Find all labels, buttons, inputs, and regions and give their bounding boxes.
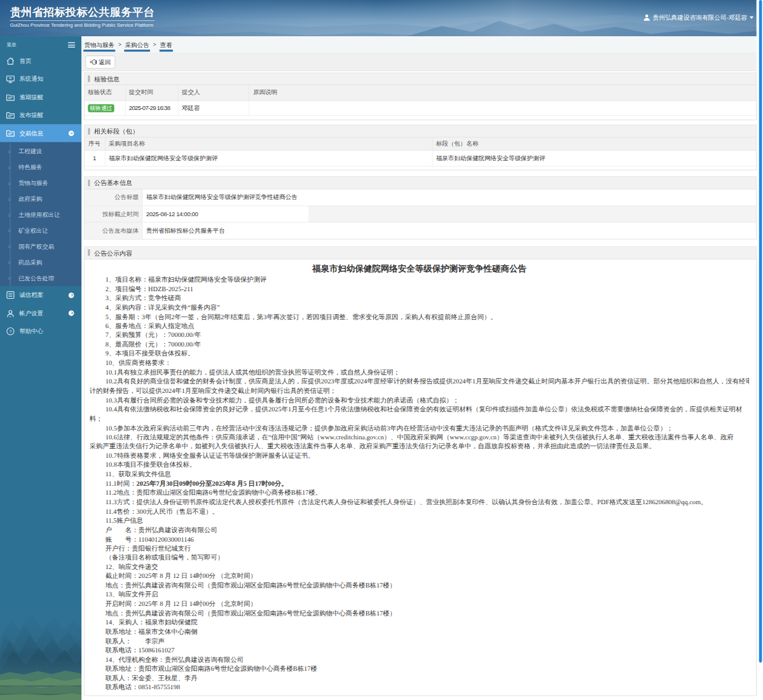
svg-text:?: ? — [9, 329, 12, 334]
